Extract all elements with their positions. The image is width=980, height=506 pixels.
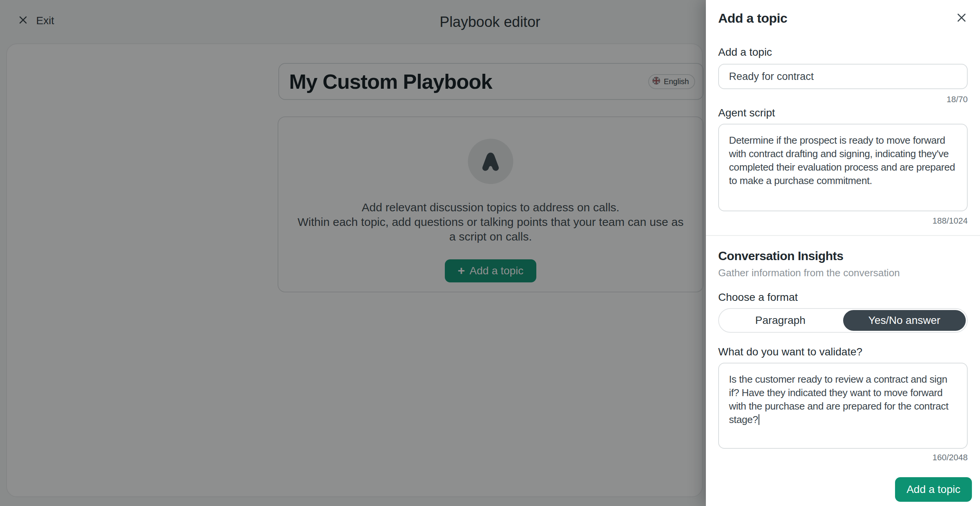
validate-char-counter: 160/2048 (718, 453, 968, 463)
drawer-title: Add a topic (718, 11, 968, 26)
format-option-yes-no[interactable]: Yes/No answer (843, 310, 966, 331)
add-topic-drawer: Add a topic Add a topic 18/70 Agent scri… (706, 0, 980, 506)
topic-char-counter: 18/70 (718, 95, 968, 105)
topic-field-label: Add a topic (718, 46, 968, 58)
close-icon (956, 12, 967, 23)
format-label: Choose a format (718, 291, 968, 304)
text-cursor (759, 414, 759, 425)
format-option-paragraph[interactable]: Paragraph (719, 309, 842, 332)
agent-script-label: Agent script (718, 107, 968, 119)
insights-title: Conversation Insights (718, 249, 968, 263)
submit-add-topic-button[interactable]: Add a topic (895, 477, 972, 502)
submit-add-topic-label: Add a topic (907, 483, 960, 496)
validate-label: What do you want to validate? (718, 346, 968, 358)
validate-text: Is the customer ready to review a contra… (729, 373, 951, 425)
validate-textarea[interactable]: Is the customer ready to review a contra… (718, 363, 968, 449)
agent-script-textarea[interactable]: Determine if the prospect is ready to mo… (718, 124, 968, 211)
format-toggle: Paragraph Yes/No answer (718, 308, 968, 333)
drawer-footer: Add a topic (895, 477, 972, 502)
section-divider (706, 235, 980, 236)
insights-subtitle: Gather information from the conversation (718, 267, 968, 279)
drawer-header: Add a topic (718, 11, 968, 26)
close-button[interactable] (953, 9, 970, 26)
agent-script-char-counter: 188/1024 (718, 216, 968, 226)
topic-input[interactable] (718, 64, 968, 89)
